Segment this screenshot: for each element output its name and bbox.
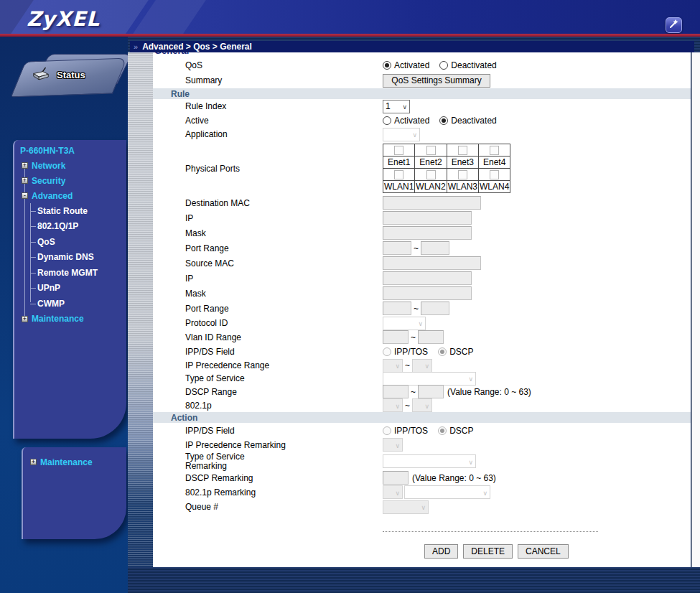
source-mask-input[interactable] — [383, 286, 472, 300]
8021p-start-select[interactable] — [383, 398, 403, 412]
enet4-checkbox[interactable] — [490, 146, 499, 155]
destination-mac-input[interactable] — [383, 196, 481, 210]
source-ip-input[interactable] — [383, 271, 472, 285]
tos-remarking-select[interactable] — [383, 454, 476, 468]
enet3-checkbox[interactable] — [458, 146, 467, 155]
destination-mask-input[interactable] — [383, 226, 472, 240]
ipptos-radio[interactable] — [383, 347, 391, 356]
rule-section-header: Rule — [153, 88, 691, 99]
cancel-button[interactable]: CANCEL — [518, 544, 569, 559]
8021p-remarking-row: 802.1p Remarking — [153, 485, 691, 500]
wlan1-checkbox[interactable] — [394, 170, 403, 179]
sidebar-item-cwmp[interactable]: CWMP — [14, 296, 126, 312]
ip-label: IP — [153, 213, 383, 223]
qos-settings-summary-button[interactable]: QoS Settings Summary — [383, 74, 490, 88]
action-ipptos-radio[interactable] — [383, 426, 391, 435]
rule-index-row: Rule Index 1 — [153, 99, 691, 113]
sidebar-device-name[interactable]: P-660HN-T3A — [14, 143, 126, 158]
source-port-start-input[interactable] — [383, 302, 411, 315]
active-activated-radio[interactable] — [383, 116, 391, 125]
scrollbar-track[interactable] — [691, 52, 700, 567]
destination-mac-label: Destination MAC — [153, 198, 383, 208]
8021p-end-select[interactable] — [412, 398, 432, 412]
source-mac-row: Source MAC — [153, 256, 691, 271]
chevron-down-icon — [468, 373, 473, 383]
enet1-label: Enet1 — [383, 157, 415, 169]
enet3-label: Enet3 — [447, 157, 478, 169]
sidebar-item-maintenance-bottom[interactable]: + Maintenance — [23, 454, 126, 470]
enet2-checkbox[interactable] — [426, 146, 436, 155]
bottom-stripe-band — [128, 567, 700, 593]
sidebar-item-upnp[interactable]: UPnP — [14, 281, 126, 296]
type-of-service-select[interactable] — [383, 372, 476, 386]
dscp-range-row: DSCP Range ~ (Value Range: 0 ~ 63) — [153, 385, 691, 398]
ip-precedence-remarking-label: IP Precedence Remarking — [153, 440, 383, 450]
protocol-id-select[interactable] — [383, 317, 426, 330]
destination-ip-input[interactable] — [383, 211, 472, 225]
sidebar-item-dynamic-dns[interactable]: Dynamic DNS — [14, 250, 126, 266]
sidebar-item-advanced[interactable]: - Advanced — [14, 188, 126, 203]
sidebar-item-security[interactable]: + Security — [14, 173, 126, 188]
destination-port-end-input[interactable] — [421, 241, 449, 255]
vlan-id-start-input[interactable] — [383, 330, 409, 344]
chevron-down-icon — [395, 487, 400, 498]
8021p-remarking-value-select[interactable] — [383, 485, 403, 499]
ip-precedence-remarking-select[interactable] — [383, 438, 403, 452]
8021p-label: 802.1p — [153, 401, 383, 411]
expand-plus-icon[interactable]: + — [22, 316, 28, 322]
action-ippds-field-label: IPP/DS Field — [153, 426, 383, 436]
source-mac-input[interactable] — [383, 256, 481, 270]
rule-index-select[interactable]: 1 — [383, 100, 410, 113]
wlan2-checkbox[interactable] — [426, 170, 436, 179]
dscp-remarking-input[interactable] — [383, 471, 409, 485]
sidebar-item-8021q1p[interactable]: 802.1Q/1P — [14, 219, 126, 235]
source-mask-row: Mask — [153, 286, 691, 301]
chevron-down-icon — [402, 101, 407, 111]
expand-plus-icon[interactable]: + — [30, 459, 37, 465]
tos-remarking-label: Type of Service Remarking — [153, 452, 383, 471]
enet4-label: Enet4 — [479, 157, 510, 169]
sidebar-item-qos[interactable]: QoS — [14, 234, 126, 250]
collapse-minus-icon[interactable]: - — [22, 192, 28, 199]
ip-precedence-start-select[interactable] — [383, 359, 403, 373]
queue-label: Queue # — [153, 502, 383, 512]
wlan3-checkbox[interactable] — [458, 170, 467, 179]
dscp-range-label: DSCP Range — [153, 387, 383, 397]
sidebar-item-static-route[interactable]: Static Route — [14, 203, 126, 219]
sidebar-item-maintenance[interactable]: + Maintenance — [14, 312, 126, 327]
dscp-range-end-input[interactable] — [418, 385, 444, 398]
vlan-id-end-input[interactable] — [418, 330, 444, 344]
ip-precedence-end-select[interactable] — [412, 359, 432, 373]
action-dscp-radio[interactable] — [438, 426, 447, 435]
expand-plus-icon[interactable]: + — [22, 177, 28, 184]
status-tab[interactable]: Status — [13, 54, 128, 95]
magic-wand-icon — [669, 19, 679, 32]
sidebar-item-remote-mgmt[interactable]: Remote MGMT — [14, 265, 126, 281]
port-range-label: Port Range — [153, 243, 383, 253]
queue-select[interactable] — [383, 500, 429, 514]
destination-port-start-input[interactable] — [383, 241, 411, 255]
8021p-remarking-mode-select[interactable] — [404, 485, 490, 499]
application-label: Application — [153, 129, 383, 139]
qos-activated-radio[interactable] — [383, 61, 391, 70]
dscp-radio[interactable] — [438, 347, 447, 356]
application-select[interactable] — [383, 128, 420, 141]
wizard-button[interactable] — [666, 17, 682, 33]
dest-mask-row: Mask — [153, 225, 691, 241]
sidebar-item-network[interactable]: + Network — [14, 158, 126, 173]
wlan2-label: WLAN2 — [415, 181, 447, 193]
physical-ports-table: Enet1 Enet2 Enet3 Enet4 WLAN1 WLAN2 — [383, 144, 510, 193]
vlan-id-range-label: Vlan ID Range — [153, 332, 383, 342]
add-button[interactable]: ADD — [424, 544, 458, 559]
dscp-remarking-label: DSCP Remarking — [153, 473, 383, 483]
qos-deactivated-radio[interactable] — [439, 61, 448, 70]
chevron-down-icon — [395, 401, 400, 411]
wlan4-checkbox[interactable] — [490, 170, 499, 179]
source-port-end-input[interactable] — [421, 302, 449, 315]
enet1-checkbox[interactable] — [394, 146, 403, 155]
active-deactivated-radio[interactable] — [439, 116, 448, 125]
expand-plus-icon[interactable]: + — [22, 162, 28, 169]
dscp-range-start-input[interactable] — [383, 385, 409, 398]
8021p-row: 802.1p ~ — [153, 398, 691, 412]
delete-button[interactable]: DELETE — [463, 544, 513, 559]
